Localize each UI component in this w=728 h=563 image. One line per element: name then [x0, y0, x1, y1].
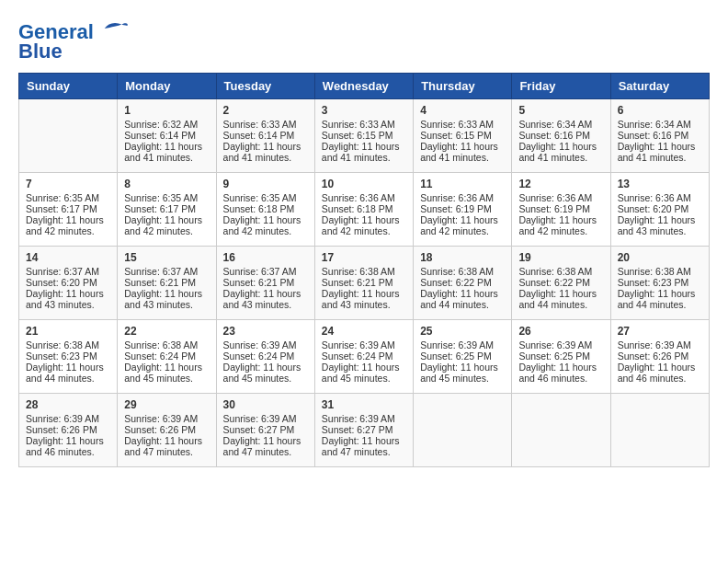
sunset-text: Sunset: 6:20 PM — [26, 277, 110, 288]
sunrise-text: Sunrise: 6:36 AM — [518, 192, 603, 203]
sunrise-text: Sunrise: 6:36 AM — [420, 192, 505, 203]
daylight-text: Daylight: 11 hours and 43 minutes. — [322, 288, 406, 310]
sunset-text: Sunset: 6:19 PM — [420, 203, 505, 214]
day-number: 30 — [223, 398, 308, 411]
day-number: 15 — [124, 251, 209, 264]
calendar-cell: 3Sunrise: 6:33 AMSunset: 6:15 PMDaylight… — [314, 99, 413, 173]
day-number: 9 — [223, 178, 308, 190]
calendar-cell: 30Sunrise: 6:39 AMSunset: 6:27 PMDayligh… — [216, 394, 314, 467]
daylight-text: Daylight: 11 hours and 41 minutes. — [322, 141, 406, 163]
daylight-text: Daylight: 11 hours and 47 minutes. — [322, 435, 406, 457]
daylight-text: Daylight: 11 hours and 43 minutes. — [26, 288, 110, 310]
calendar-cell: 18Sunrise: 6:38 AMSunset: 6:22 PMDayligh… — [414, 247, 512, 320]
weekday-header-thursday: Thursday — [414, 74, 512, 99]
day-number: 3 — [322, 104, 406, 117]
calendar-cell: 17Sunrise: 6:38 AMSunset: 6:21 PMDayligh… — [314, 247, 413, 320]
calendar-cell: 12Sunrise: 6:36 AMSunset: 6:19 PMDayligh… — [512, 173, 610, 247]
sunset-text: Sunset: 6:24 PM — [124, 350, 209, 362]
sunset-text: Sunset: 6:22 PM — [518, 277, 603, 288]
calendar-cell: 25Sunrise: 6:39 AMSunset: 6:25 PMDayligh… — [414, 320, 512, 394]
weekday-header-monday: Monday — [118, 74, 216, 99]
daylight-text: Daylight: 11 hours and 43 minutes. — [223, 288, 308, 310]
sunset-text: Sunset: 6:27 PM — [322, 424, 406, 435]
calendar-cell: 24Sunrise: 6:39 AMSunset: 6:24 PMDayligh… — [314, 320, 413, 394]
calendar-cell: 14Sunrise: 6:37 AMSunset: 6:20 PMDayligh… — [19, 247, 118, 320]
sunset-text: Sunset: 6:14 PM — [223, 130, 308, 141]
page-header: General Blue — [18, 18, 710, 63]
weekday-header-saturday: Saturday — [610, 74, 709, 99]
sunrise-text: Sunrise: 6:38 AM — [420, 266, 505, 277]
daylight-text: Daylight: 11 hours and 47 minutes. — [223, 435, 308, 457]
daylight-text: Daylight: 11 hours and 45 minutes. — [124, 362, 209, 384]
calendar-cell: 23Sunrise: 6:39 AMSunset: 6:24 PMDayligh… — [216, 320, 314, 394]
calendar-cell: 29Sunrise: 6:39 AMSunset: 6:26 PMDayligh… — [118, 394, 216, 467]
calendar-cell: 6Sunrise: 6:34 AMSunset: 6:16 PMDaylight… — [610, 99, 709, 173]
day-number: 1 — [124, 104, 209, 117]
sunset-text: Sunset: 6:18 PM — [223, 203, 308, 214]
day-number: 13 — [618, 178, 702, 190]
daylight-text: Daylight: 11 hours and 41 minutes. — [420, 141, 505, 163]
sunrise-text: Sunrise: 6:35 AM — [223, 192, 308, 203]
day-number: 31 — [322, 398, 406, 411]
daylight-text: Daylight: 11 hours and 46 minutes. — [518, 362, 603, 384]
calendar-body: 1Sunrise: 6:32 AMSunset: 6:14 PMDaylight… — [19, 99, 710, 467]
sunset-text: Sunset: 6:16 PM — [518, 130, 603, 141]
calendar-cell: 27Sunrise: 6:39 AMSunset: 6:26 PMDayligh… — [610, 320, 709, 394]
sunset-text: Sunset: 6:16 PM — [618, 130, 702, 141]
daylight-text: Daylight: 11 hours and 42 minutes. — [124, 214, 209, 236]
calendar-cell: 8Sunrise: 6:35 AMSunset: 6:17 PMDaylight… — [118, 173, 216, 247]
sunrise-text: Sunrise: 6:39 AM — [322, 339, 406, 350]
day-number: 19 — [518, 251, 603, 264]
sunrise-text: Sunrise: 6:33 AM — [322, 119, 406, 130]
sunset-text: Sunset: 6:14 PM — [124, 130, 209, 141]
day-number: 21 — [26, 325, 110, 338]
sunrise-text: Sunrise: 6:34 AM — [518, 119, 603, 130]
calendar-cell: 5Sunrise: 6:34 AMSunset: 6:16 PMDaylight… — [512, 99, 610, 173]
calendar-cell: 21Sunrise: 6:38 AMSunset: 6:23 PMDayligh… — [19, 320, 118, 394]
sunset-text: Sunset: 6:18 PM — [322, 203, 406, 214]
sunset-text: Sunset: 6:20 PM — [618, 203, 702, 214]
sunset-text: Sunset: 6:15 PM — [420, 130, 505, 141]
calendar-cell: 16Sunrise: 6:37 AMSunset: 6:21 PMDayligh… — [216, 247, 314, 320]
day-number: 29 — [124, 398, 209, 411]
daylight-text: Daylight: 11 hours and 43 minutes. — [618, 214, 702, 236]
calendar-cell: 9Sunrise: 6:35 AMSunset: 6:18 PMDaylight… — [216, 173, 314, 247]
daylight-text: Daylight: 11 hours and 44 minutes. — [26, 362, 110, 384]
sunrise-text: Sunrise: 6:33 AM — [223, 119, 308, 130]
day-number: 6 — [618, 104, 702, 117]
daylight-text: Daylight: 11 hours and 42 minutes. — [322, 214, 406, 236]
sunset-text: Sunset: 6:23 PM — [26, 350, 110, 362]
sunset-text: Sunset: 6:21 PM — [322, 277, 406, 288]
sunset-text: Sunset: 6:25 PM — [420, 350, 505, 362]
sunset-text: Sunset: 6:17 PM — [124, 203, 209, 214]
day-number: 2 — [223, 104, 308, 117]
sunset-text: Sunset: 6:24 PM — [223, 350, 308, 362]
day-number: 27 — [618, 325, 702, 338]
sunrise-text: Sunrise: 6:38 AM — [618, 266, 702, 277]
daylight-text: Daylight: 11 hours and 44 minutes. — [420, 288, 505, 310]
day-number: 5 — [518, 104, 603, 117]
weekday-header-row: SundayMondayTuesdayWednesdayThursdayFrid… — [19, 74, 710, 99]
sunrise-text: Sunrise: 6:35 AM — [26, 192, 110, 203]
sunrise-text: Sunrise: 6:39 AM — [223, 413, 308, 424]
day-number: 8 — [124, 178, 209, 190]
sunrise-text: Sunrise: 6:36 AM — [618, 192, 702, 203]
daylight-text: Daylight: 11 hours and 46 minutes. — [618, 362, 702, 384]
daylight-text: Daylight: 11 hours and 44 minutes. — [618, 288, 702, 310]
calendar-cell: 22Sunrise: 6:38 AMSunset: 6:24 PMDayligh… — [118, 320, 216, 394]
sunset-text: Sunset: 6:23 PM — [618, 277, 702, 288]
sunrise-text: Sunrise: 6:38 AM — [518, 266, 603, 277]
daylight-text: Daylight: 11 hours and 41 minutes. — [518, 141, 603, 163]
day-number: 18 — [420, 251, 505, 264]
sunset-text: Sunset: 6:27 PM — [223, 424, 308, 435]
sunset-text: Sunset: 6:26 PM — [618, 350, 702, 362]
daylight-text: Daylight: 11 hours and 42 minutes. — [420, 214, 505, 236]
day-number: 11 — [420, 178, 505, 190]
day-number: 25 — [420, 325, 505, 338]
daylight-text: Daylight: 11 hours and 45 minutes. — [420, 362, 505, 384]
daylight-text: Daylight: 11 hours and 42 minutes. — [223, 214, 308, 236]
sunrise-text: Sunrise: 6:33 AM — [420, 119, 505, 130]
calendar-week-row: 14Sunrise: 6:37 AMSunset: 6:20 PMDayligh… — [19, 247, 710, 320]
calendar-cell: 2Sunrise: 6:33 AMSunset: 6:14 PMDaylight… — [216, 99, 314, 173]
calendar-cell: 19Sunrise: 6:38 AMSunset: 6:22 PMDayligh… — [512, 247, 610, 320]
